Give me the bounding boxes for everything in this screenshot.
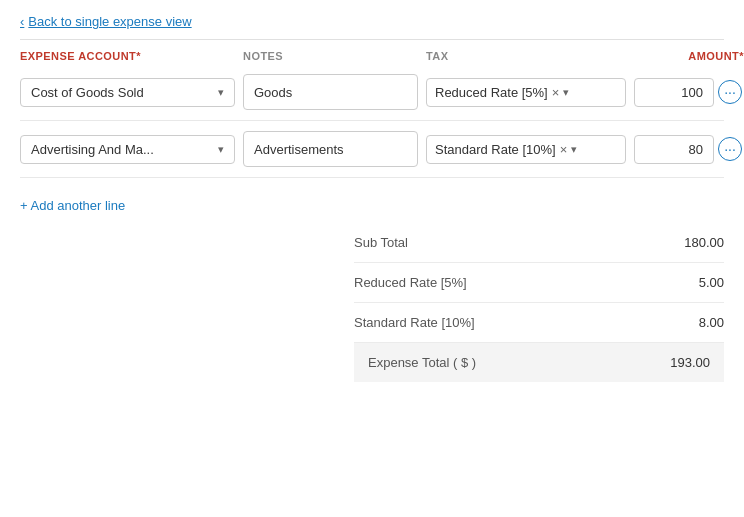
tax-1-value: 8.00 xyxy=(699,315,724,330)
table-row: Cost of Goods Sold ▾ Reduced Rate [5%] ×… xyxy=(0,68,744,116)
notes-input-2[interactable] xyxy=(243,131,418,167)
tax-value-1: Reduced Rate [5%] xyxy=(435,85,548,100)
expense-total-row: Expense Total ( $ ) 193.00 xyxy=(354,343,724,382)
tax-select-1[interactable]: Reduced Rate [5%] × ▾ xyxy=(426,78,626,107)
totals-section: Sub Total 180.00 Reduced Rate [5%] 5.00 … xyxy=(0,223,744,382)
expense-account-chevron-1: ▾ xyxy=(218,86,224,99)
subtotal-value: 180.00 xyxy=(684,235,724,250)
expense-account-value-2: Advertising And Ma... xyxy=(31,142,154,157)
tax-chevron-2: ▾ xyxy=(571,143,577,156)
table-row: Advertising And Ma... ▾ Standard Rate [1… xyxy=(0,125,744,173)
tax-chevron-1: ▾ xyxy=(563,86,569,99)
tax-0-value: 5.00 xyxy=(699,275,724,290)
subtotal-label: Sub Total xyxy=(354,235,408,250)
tax-1-label: Standard Rate [10%] xyxy=(354,315,475,330)
amount-wrapper-1: ··· xyxy=(634,78,744,107)
amount-input-2[interactable] xyxy=(634,135,714,164)
expense-account-select-2[interactable]: Advertising And Ma... ▾ xyxy=(20,135,235,164)
expense-account-select-1[interactable]: Cost of Goods Sold ▾ xyxy=(20,78,235,107)
expense-total-label: Expense Total ( $ ) xyxy=(368,355,476,370)
amount-input-1[interactable] xyxy=(634,78,714,107)
tax-row-1: Standard Rate [10%] 8.00 xyxy=(354,303,724,343)
row-divider-2 xyxy=(20,177,724,178)
tax-clear-2[interactable]: × xyxy=(560,142,568,157)
col-amount: AMOUNT* xyxy=(634,50,744,62)
subtotal-row: Sub Total 180.00 xyxy=(354,223,724,263)
more-button-2[interactable]: ··· xyxy=(718,137,742,161)
expense-account-chevron-2: ▾ xyxy=(218,143,224,156)
back-link-label: Back to single expense view xyxy=(28,14,191,29)
row-divider-1 xyxy=(20,120,724,121)
add-line-label: + Add another line xyxy=(20,198,125,213)
tax-row-0: Reduced Rate [5%] 5.00 xyxy=(354,263,724,303)
add-line-section: + Add another line xyxy=(0,182,744,223)
tax-value-2: Standard Rate [10%] xyxy=(435,142,556,157)
col-tax: TAX xyxy=(426,50,626,62)
add-line-button[interactable]: + Add another line xyxy=(20,198,125,213)
tax-0-label: Reduced Rate [5%] xyxy=(354,275,467,290)
more-button-1[interactable]: ··· xyxy=(718,80,742,104)
tax-clear-1[interactable]: × xyxy=(552,85,560,100)
table-header: EXPENSE ACCOUNT* NOTES TAX AMOUNT* xyxy=(0,40,744,68)
expense-total-value: 193.00 xyxy=(670,355,710,370)
tax-select-2[interactable]: Standard Rate [10%] × ▾ xyxy=(426,135,626,164)
back-link[interactable]: ‹ Back to single expense view xyxy=(0,0,744,39)
amount-wrapper-2: ··· xyxy=(634,135,744,164)
expense-account-value-1: Cost of Goods Sold xyxy=(31,85,144,100)
col-expense-account: EXPENSE ACCOUNT* xyxy=(20,50,235,62)
back-chevron-icon: ‹ xyxy=(20,14,24,29)
notes-input-1[interactable] xyxy=(243,74,418,110)
col-notes: NOTES xyxy=(243,50,418,62)
